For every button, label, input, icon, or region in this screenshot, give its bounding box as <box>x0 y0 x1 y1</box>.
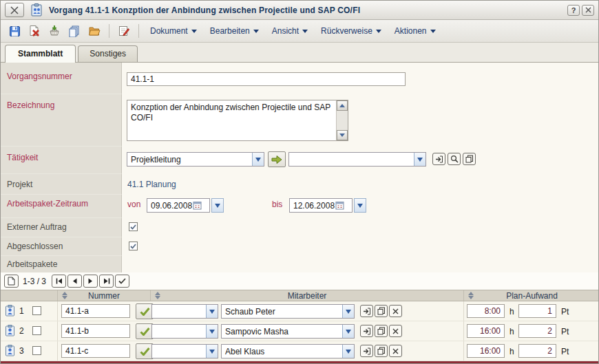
sort-icon[interactable] <box>468 292 474 299</box>
table-row: 1 Schaub Peter <box>1 301 598 321</box>
delete-row-button[interactable] <box>389 345 402 357</box>
prev-page-button[interactable] <box>67 275 82 288</box>
chevron-down-icon <box>430 30 436 33</box>
chevron-down-icon <box>302 30 308 33</box>
mitarbeiter-select[interactable]: Abel Klaus <box>221 344 355 358</box>
arbeitspaket-row-icon[interactable] <box>5 345 15 356</box>
mitarbeiter-group-select[interactable] <box>151 304 218 319</box>
bezeichnung-textarea[interactable]: Konzption der Anbindung zwischen Project… <box>127 100 348 141</box>
copy-value-button[interactable] <box>463 153 476 165</box>
jump-to-button[interactable] <box>432 153 445 165</box>
apply-taetigkeit-button[interactable] <box>268 151 286 167</box>
edit-button[interactable] <box>116 23 132 39</box>
window-title: Vorgang 41.1-1 Konzption der Anbindung z… <box>49 6 567 15</box>
points-unit-label: Pt <box>561 347 569 356</box>
jump-to-button[interactable] <box>360 345 373 357</box>
x-icon <box>392 348 399 354</box>
hours-unit-label: h <box>509 347 514 356</box>
title-bar: Vorgang 41.1-1 Konzption der Anbindung z… <box>1 1 598 20</box>
tab-sonstiges[interactable]: Sonstiges <box>78 45 138 62</box>
last-page-button[interactable] <box>99 275 114 288</box>
projekt-link[interactable]: 41.1 Planung <box>127 180 176 189</box>
jump-to-button[interactable] <box>360 325 373 337</box>
bis-date-field[interactable] <box>289 198 353 213</box>
points-input[interactable] <box>518 304 556 318</box>
hours-input[interactable] <box>467 344 505 358</box>
abgeschlossen-checkbox[interactable] <box>129 242 138 250</box>
help-button[interactable]: ? <box>567 5 580 16</box>
menu-ansicht[interactable]: Ansicht <box>268 24 312 38</box>
von-date-dropdown-button[interactable] <box>211 198 224 213</box>
von-date-input[interactable] <box>147 201 193 211</box>
search-button[interactable] <box>448 153 461 165</box>
close-window-button[interactable] <box>5 3 24 17</box>
nummer-input[interactable] <box>61 324 130 338</box>
textarea-scrollbar[interactable] <box>336 100 348 140</box>
mitarbeiter-group-select[interactable] <box>151 324 218 339</box>
vorgang-window: Vorgang 41.1-1 Konzption der Anbindung z… <box>0 0 599 364</box>
jump-to-button[interactable] <box>360 305 373 317</box>
column-header-nummer[interactable]: Nummer <box>57 290 150 301</box>
points-input[interactable] <box>518 324 556 338</box>
points-input[interactable] <box>518 344 556 358</box>
mitarbeiter-select[interactable]: Schaub Peter <box>221 304 355 319</box>
nummer-input[interactable] <box>61 344 130 358</box>
taetigkeit-select[interactable]: Projektleitung <box>127 152 264 167</box>
copy-row-button[interactable] <box>375 305 388 317</box>
hours-input[interactable] <box>467 304 505 318</box>
menu-dokument[interactable]: Dokument <box>146 24 201 38</box>
mitarbeiter-value: Abel Klaus <box>222 345 342 358</box>
hours-input[interactable] <box>467 324 505 338</box>
tab-stammblatt[interactable]: Stammblatt <box>5 45 76 63</box>
menu-aktionen[interactable]: Aktionen <box>390 24 440 38</box>
save-button[interactable] <box>7 23 22 39</box>
column-header-plan-aufwand[interactable]: Plan-Aufwand <box>463 290 599 301</box>
select-all-button[interactable] <box>115 275 129 288</box>
chevron-down-icon <box>376 30 381 33</box>
column-header-mitarbeiter[interactable]: Mitarbeiter <box>150 290 463 301</box>
row-number: 2 <box>19 326 24 336</box>
tab-strip: Stammblatt Sonstiges <box>1 43 598 63</box>
sort-icon[interactable] <box>155 292 160 299</box>
arbeitspaket-row-icon[interactable] <box>5 325 15 336</box>
von-date-field[interactable] <box>147 198 210 213</box>
copy-icon <box>377 307 386 315</box>
mitarbeiter-select[interactable]: Sampovic Masha <box>221 324 355 339</box>
externer-auftrag-checkbox[interactable] <box>129 222 138 231</box>
check-icon <box>130 224 136 230</box>
mitarbeiter-group-select[interactable] <box>151 344 218 358</box>
copy-row-button[interactable] <box>375 325 388 337</box>
checkout-button[interactable] <box>47 23 62 39</box>
sort-icon[interactable] <box>62 292 67 299</box>
pagination-bar: 1-3 / 3 <box>1 272 598 290</box>
delete-document-icon <box>28 25 41 37</box>
folder-button[interactable] <box>87 23 102 39</box>
menu-rueckverweise[interactable]: Rückverweise <box>317 24 386 38</box>
row-checkbox[interactable] <box>32 346 41 355</box>
row-checkbox[interactable] <box>32 326 41 335</box>
copy-row-button[interactable] <box>375 345 388 357</box>
new-row-button[interactable] <box>4 275 19 288</box>
taetigkeit-secondary-select[interactable] <box>288 152 426 167</box>
arbeitspakete-label: Arbeitspakete <box>1 256 122 272</box>
close-icon <box>10 6 19 14</box>
close-button[interactable] <box>582 5 594 16</box>
mitarbeiter-value: Schaub Peter <box>222 305 342 318</box>
arbeitspaket-row-icon[interactable] <box>5 305 15 317</box>
row-checkbox[interactable] <box>32 306 41 315</box>
copy-document-button[interactable] <box>67 23 82 39</box>
projekt-label: Projekt <box>1 174 122 195</box>
folder-icon <box>88 25 101 37</box>
nummer-input[interactable] <box>61 304 130 318</box>
next-page-button[interactable] <box>83 275 98 288</box>
bis-date-dropdown-button[interactable] <box>354 198 366 213</box>
delete-document-button[interactable] <box>27 23 42 39</box>
vorgangsnummer-input[interactable] <box>127 72 406 86</box>
scroll-up-button[interactable] <box>337 100 348 111</box>
bis-date-input[interactable] <box>290 201 335 211</box>
scroll-down-button[interactable] <box>337 130 348 140</box>
menu-bearbeiten[interactable]: Bearbeiten <box>206 24 263 38</box>
delete-row-button[interactable] <box>389 305 402 317</box>
first-page-button[interactable] <box>52 275 66 288</box>
delete-row-button[interactable] <box>389 325 402 337</box>
